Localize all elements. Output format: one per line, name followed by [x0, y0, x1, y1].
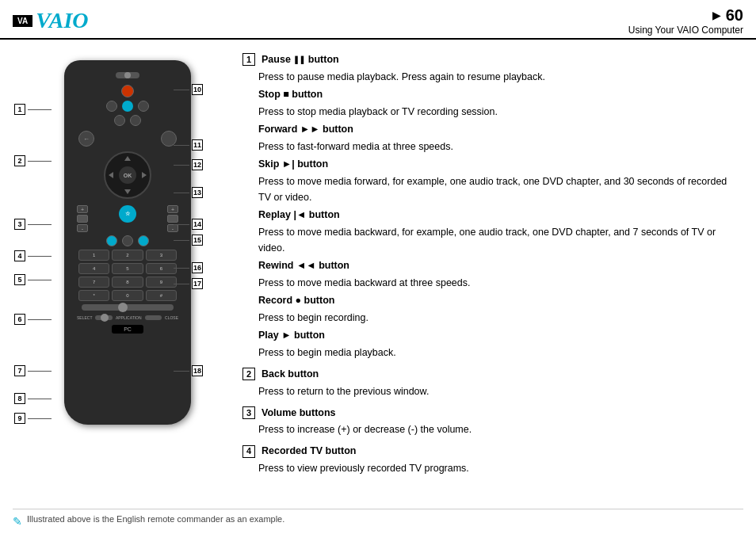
callout-18: 18 [174, 365, 203, 376]
desc-1-rew-body: Press to move media backward at three sp… [258, 275, 735, 291]
desc-section-1-header: 1 Pause ❚❚ button [242, 52, 735, 67]
num-17: 17 [192, 278, 203, 289]
header-right: ▶ 60 Using Your VAIO Computer [628, 6, 743, 36]
num-13: 13 [192, 187, 203, 198]
media-buttons-row3 [72, 115, 183, 126]
vol-controls: + - [77, 205, 88, 232]
desc-1-stop-body: Press to stop media playback or TV recor… [258, 104, 735, 120]
desc-section-3-header: 3 Volume buttons [242, 406, 735, 421]
top-buttons-row: ← [72, 129, 183, 148]
back-button: ← [78, 131, 94, 147]
desc-2-body: Press to return to the previous window. [258, 383, 735, 399]
btn-e [130, 115, 141, 126]
note-icon: ✎ [13, 515, 22, 528]
vol-ch-controls: + - ☆ + - [72, 202, 183, 235]
callout-11: 11 [174, 139, 203, 151]
key-1: 1 [78, 250, 109, 261]
footer: ✎ Illustrated above is the English remot… [13, 509, 743, 528]
desc-1-replay-body: Press to move media backward, for exampl… [258, 224, 735, 256]
vaio-text: VAIO [36, 8, 88, 33]
desc-1-skip-title: Skip ►| button [258, 156, 735, 172]
desc-1-stop-title: Stop ■ button [258, 86, 735, 102]
desc-num-2: 2 [242, 368, 255, 380]
remote-body: ← OK + [64, 60, 191, 425]
numpad: 1 2 3 4 5 6 7 8 9 * 0 # [72, 250, 183, 301]
desc-3-body: Press to increase (+) or decrease (-) th… [258, 421, 735, 437]
media-buttons-row1 [72, 85, 183, 97]
num-10: 10 [192, 84, 203, 95]
desc-num-3: 3 [242, 406, 255, 419]
key-hash: # [146, 290, 177, 301]
btn-d [114, 115, 125, 126]
key-3: 3 [146, 250, 177, 261]
desc-1-rec-body: Press to begin recording. [258, 310, 735, 326]
callout-15: 15 [174, 235, 203, 246]
ir-sensor [116, 72, 139, 78]
num-6: 6 [14, 314, 25, 325]
callout-13: 13 [174, 187, 203, 198]
dpad: OK [104, 151, 151, 199]
key-0: 0 [112, 290, 143, 301]
desc-num-1: 1 [242, 53, 255, 66]
callout-9: 9 [14, 413, 52, 424]
desc-3-title: Volume buttons [262, 406, 336, 421]
key-4: 4 [78, 263, 109, 274]
num-8: 8 [14, 393, 25, 404]
key-8: 8 [112, 277, 143, 288]
remote-wrapper: 1 2 3 4 [13, 60, 203, 425]
callout-4: 4 [14, 250, 52, 261]
num-18: 18 [192, 365, 203, 376]
btn-a [106, 101, 117, 112]
app-slider-row: SELECT APPLICATION CLOSE [72, 314, 183, 322]
btn-c [138, 101, 149, 112]
desc-1-play-body: Press to begin media playback. [258, 345, 735, 360]
page-title: Using Your VAIO Computer [628, 25, 743, 36]
arrow-icon: ▶ [712, 9, 721, 21]
main-content: 1 2 3 4 [0, 40, 756, 502]
special-button: ☆ [119, 205, 136, 223]
desc-1-fwd-body: Press to fast-forward media at three spe… [258, 139, 735, 154]
key-7: 7 [78, 277, 109, 288]
function-buttons [72, 235, 183, 246]
desc-section-1: 1 Pause ❚❚ button Press to pause media p… [242, 52, 735, 360]
num-12: 12 [192, 159, 203, 170]
desc-1-play-title: Play ► button [258, 327, 735, 343]
remote-area: 1 2 3 4 [13, 52, 219, 490]
callout-17: 17 [174, 278, 203, 289]
btn-b [122, 101, 133, 112]
callout-16: 16 [174, 262, 203, 273]
page-number: 60 [726, 6, 743, 25]
desc-1-skip-body: Press to move media forward, for example… [258, 174, 735, 205]
page-header: VA VAIO ▶ 60 Using Your VAIO Computer [0, 0, 756, 40]
num-4: 4 [14, 250, 25, 261]
callout-1: 1 [14, 104, 52, 115]
num-11: 11 [192, 139, 203, 151]
pc-label: PC [112, 325, 143, 334]
callout-5: 5 [14, 274, 52, 285]
key-6: 6 [146, 263, 177, 274]
desc-num-4: 4 [242, 445, 255, 458]
desc-1-pause-title: Pause ❚❚ button [262, 52, 339, 67]
fn-btn3 [138, 235, 149, 246]
desc-2-text: Press to return to the previous window. [258, 383, 735, 399]
callout-10: 10 [174, 84, 203, 95]
media-buttons-row2 [72, 101, 183, 112]
desc-1-replay-title: Replay |◄ button [258, 207, 735, 223]
callout-6: 6 [14, 314, 52, 325]
key-star: * [78, 290, 109, 301]
desc-section-4-header: 4 Recorded TV button [242, 444, 735, 459]
callout-8: 8 [14, 393, 52, 404]
footer-text: Illustrated above is the English remote … [27, 514, 284, 524]
desc-4-text: Press to view previously recorded TV pro… [258, 460, 735, 476]
callout-14: 14 [174, 219, 203, 230]
desc-section-2-header: 2 Back button [242, 367, 735, 382]
desc-3-text: Press to increase (+) or decrease (-) th… [258, 421, 735, 437]
key-9: 9 [146, 277, 177, 288]
fn-btn1 [106, 235, 117, 246]
vaio-logo: VA VAIO [13, 8, 89, 33]
slider-thumb [118, 303, 128, 312]
key-5: 5 [112, 263, 143, 274]
fn-btn2 [122, 235, 133, 246]
desc-2-title: Back button [262, 367, 319, 382]
callout-3: 3 [14, 219, 52, 230]
